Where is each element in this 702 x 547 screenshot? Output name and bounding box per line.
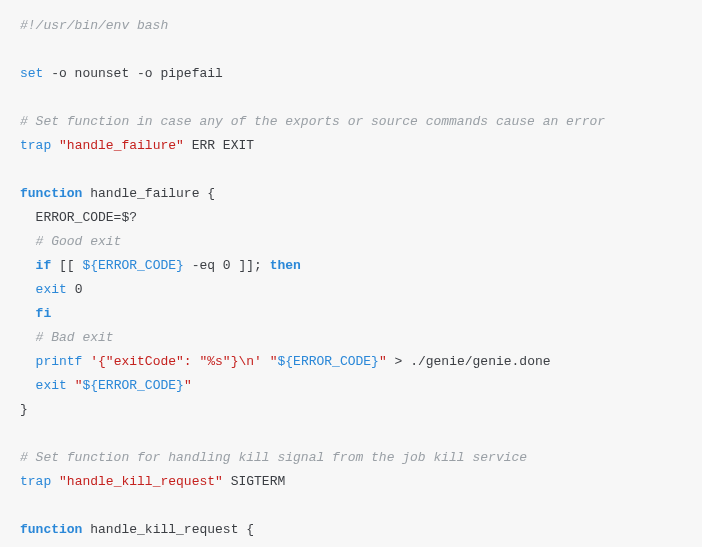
code-token: # Good exit [36, 234, 122, 249]
code-token: SIGTERM [223, 474, 285, 489]
code-line: ERROR_CODE=$? [20, 206, 682, 230]
code-token: # Set function in case any of the export… [20, 114, 605, 129]
code-token [20, 282, 36, 297]
code-token: if [36, 258, 52, 273]
code-token: function [20, 522, 82, 537]
code-token: exit [36, 282, 67, 297]
code-line [20, 494, 682, 518]
code-token: "handle_kill_request" [59, 474, 223, 489]
code-line: if [[ ${ERROR_CODE} -eq 0 ]]; then [20, 254, 682, 278]
code-token: > ./genie/genie.done [387, 354, 551, 369]
code-token: { [238, 522, 254, 537]
code-token: then [270, 258, 301, 273]
code-token: #!/usr/bin/env bash [20, 18, 168, 33]
code-line: function handle_kill_request { [20, 518, 682, 542]
code-token: handle_failure [90, 186, 199, 201]
code-token: exit [36, 378, 67, 393]
code-token: [[ [51, 258, 82, 273]
code-token: 0 [67, 282, 83, 297]
code-token: fi [36, 306, 52, 321]
code-line: function handle_failure { [20, 182, 682, 206]
code-token [20, 354, 36, 369]
code-line: set -o nounset -o pipefail [20, 62, 682, 86]
code-line [20, 158, 682, 182]
code-token [67, 378, 75, 393]
code-line: # Set function for handling kill signal … [20, 446, 682, 470]
code-token: " [270, 354, 278, 369]
code-token: handle_kill_request [90, 522, 238, 537]
code-token [20, 306, 36, 321]
code-block: #!/usr/bin/env bash set -o nounset -o pi… [0, 0, 702, 547]
code-token: ${ERROR_CODE} [82, 378, 183, 393]
code-line: fi [20, 302, 682, 326]
code-token [20, 378, 36, 393]
code-line [20, 422, 682, 446]
code-token: " [184, 378, 192, 393]
code-token: } [20, 402, 28, 417]
code-token [51, 474, 59, 489]
code-token: ERR EXIT [184, 138, 254, 153]
code-line: # Bad exit [20, 326, 682, 350]
code-line: exit 0 [20, 278, 682, 302]
code-token: ${ERROR_CODE} [82, 258, 183, 273]
code-line: printf '{"exitCode": "%s"}\n' "${ERROR_C… [20, 350, 682, 374]
code-line: #!/usr/bin/env bash [20, 14, 682, 38]
code-token [20, 330, 36, 345]
code-token: # Bad exit [36, 330, 114, 345]
code-token: '{"exitCode": "%s"}\n' [90, 354, 262, 369]
code-line: trap "handle_kill_request" SIGTERM [20, 470, 682, 494]
code-token [20, 234, 36, 249]
code-token: ${ERROR_CODE} [278, 354, 379, 369]
code-token [262, 354, 270, 369]
code-token: printf [36, 354, 83, 369]
code-token: ERROR_CODE=$? [20, 210, 137, 225]
code-line: } [20, 398, 682, 422]
code-line: # Set function in case any of the export… [20, 110, 682, 134]
code-line [20, 86, 682, 110]
code-token: -o nounset -o pipefail [43, 66, 222, 81]
code-token: "handle_failure" [59, 138, 184, 153]
code-token [20, 258, 36, 273]
code-token: { [199, 186, 215, 201]
code-token: function [20, 186, 82, 201]
code-token: trap [20, 474, 51, 489]
code-token: set [20, 66, 43, 81]
code-token: " [379, 354, 387, 369]
code-token: # Set function for handling kill signal … [20, 450, 527, 465]
code-line: exit "${ERROR_CODE}" [20, 374, 682, 398]
code-token: trap [20, 138, 51, 153]
code-line: # Good exit [20, 230, 682, 254]
code-token: -eq 0 ]]; [184, 258, 270, 273]
code-line: trap "handle_failure" ERR EXIT [20, 134, 682, 158]
code-token [51, 138, 59, 153]
code-line [20, 38, 682, 62]
